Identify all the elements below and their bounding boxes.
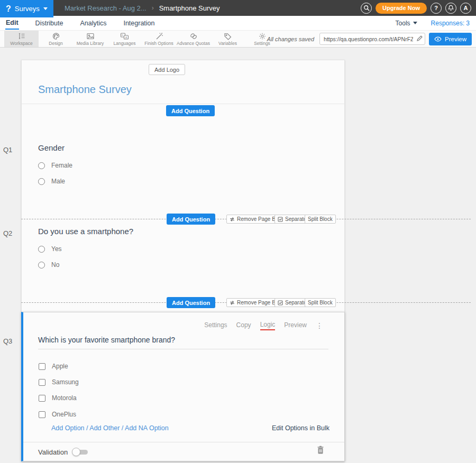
split-block-label: Split Block bbox=[308, 216, 333, 222]
survey-url-input[interactable] bbox=[319, 33, 425, 45]
account-avatar[interactable]: A bbox=[460, 3, 471, 14]
gear-icon bbox=[258, 32, 267, 40]
toolbar-item-advance-quotas[interactable]: Advance Quotas bbox=[176, 31, 210, 47]
preview-button[interactable]: Preview bbox=[429, 33, 472, 45]
toolbar-item-variables[interactable]: Variables bbox=[210, 31, 245, 47]
avatar-initial: A bbox=[464, 5, 468, 11]
breadcrumb-survey-name[interactable]: Smartphone Survey bbox=[159, 4, 220, 12]
breadcrumb: Market Research - Aug 2... › Smartphone … bbox=[65, 0, 220, 16]
add-question-button-2[interactable]: Add Question bbox=[167, 214, 215, 225]
q3-option-motorola[interactable]: Motorola bbox=[39, 394, 77, 402]
link-separator: / bbox=[122, 424, 123, 432]
q2-option-yes[interactable]: Yes bbox=[38, 245, 62, 253]
checkbox-icon[interactable] bbox=[39, 379, 45, 386]
help-icon: ? bbox=[434, 5, 438, 11]
option-label[interactable]: OnePlus bbox=[52, 411, 76, 418]
q3-preview-action[interactable]: Preview bbox=[284, 321, 307, 330]
add-other-link[interactable]: Add Other bbox=[89, 424, 120, 432]
notifications-button[interactable] bbox=[445, 3, 456, 14]
responses-link[interactable]: Responses: 3 bbox=[431, 20, 470, 27]
radio-icon[interactable] bbox=[38, 246, 45, 253]
eye-icon bbox=[434, 36, 442, 42]
tab-edit[interactable]: Edit bbox=[5, 16, 19, 30]
add-option-link[interactable]: Add Option bbox=[51, 424, 85, 432]
upgrade-now-button[interactable]: Upgrade Now bbox=[376, 3, 427, 14]
q3-copy-action[interactable]: Copy bbox=[236, 321, 251, 330]
radio-icon[interactable] bbox=[38, 162, 45, 169]
option-label[interactable]: Female bbox=[51, 162, 72, 169]
tab-integration[interactable]: Integration bbox=[123, 17, 155, 29]
add-question-button-1[interactable]: Add Question bbox=[166, 105, 215, 116]
tab-distribute[interactable]: Distribute bbox=[35, 17, 64, 29]
breadcrumb-folder[interactable]: Market Research - Aug 2... bbox=[65, 4, 147, 12]
toolbar-item-finish-options[interactable]: Finish Options bbox=[142, 31, 176, 47]
split-block-button[interactable]: Split Block bbox=[305, 298, 336, 307]
toolbar-item-label: Languages bbox=[113, 41, 135, 46]
validation-toggle-off[interactable] bbox=[72, 448, 88, 456]
q3-option-samsung[interactable]: Samsung bbox=[39, 378, 79, 386]
search-button[interactable] bbox=[361, 3, 372, 14]
toolbar-item-media-library[interactable]: Media Library bbox=[73, 31, 107, 47]
survey-title[interactable]: Smartphone Survey bbox=[38, 84, 132, 96]
workspace-icon bbox=[17, 32, 26, 40]
add-logo-button[interactable]: Add Logo bbox=[149, 64, 185, 75]
add-question-button-3[interactable]: Add Question bbox=[167, 297, 215, 308]
validation-row: Validation bbox=[38, 448, 88, 456]
edit-url-button[interactable] bbox=[416, 35, 423, 42]
breadcrumb-separator: › bbox=[152, 4, 154, 12]
toolbar-item-workspace[interactable]: Workspace bbox=[4, 31, 39, 47]
svg-text:x: x bbox=[122, 33, 123, 36]
toolbar-right: All changes saved Preview bbox=[267, 31, 472, 47]
tag-icon bbox=[224, 32, 232, 40]
editor-toolbar: Workspace Design Media Library xA Langua… bbox=[0, 30, 476, 48]
option-label[interactable]: Apple bbox=[52, 363, 68, 370]
header-divider bbox=[22, 104, 344, 104]
design-palette-icon bbox=[52, 32, 60, 40]
q1-option-female[interactable]: Female bbox=[38, 162, 72, 169]
help-button[interactable]: ? bbox=[431, 3, 442, 14]
edit-options-in-bulk-link[interactable]: Edit Options in Bulk bbox=[272, 424, 329, 432]
checkbox-icon[interactable] bbox=[39, 363, 45, 370]
nav-tabs: Edit Distribute Analytics Integration bbox=[5, 16, 155, 30]
magic-wand-icon bbox=[155, 32, 163, 40]
option-label[interactable]: Yes bbox=[51, 245, 62, 253]
radio-icon[interactable] bbox=[38, 262, 45, 268]
tab-analytics[interactable]: Analytics bbox=[79, 17, 107, 29]
q1-option-male[interactable]: Male bbox=[38, 178, 65, 185]
add-na-option-link[interactable]: Add NA Option bbox=[125, 424, 169, 432]
split-block-button[interactable]: Split Block bbox=[305, 215, 336, 224]
top-bar: Market Research - Aug 2... › Smartphone … bbox=[0, 0, 476, 16]
toolbar-item-design[interactable]: Design bbox=[39, 31, 73, 47]
option-label[interactable]: No bbox=[51, 261, 59, 268]
q3-question-text[interactable]: Which is your favorite smartphone brand? bbox=[38, 336, 175, 344]
q3-logic-action[interactable]: Logic bbox=[260, 321, 276, 330]
page-break-row-2: Add Question Remove Page Break Separator… bbox=[21, 297, 471, 309]
question-number-q2: Q2 bbox=[3, 229, 12, 237]
kebab-menu-icon[interactable]: ⋮ bbox=[316, 322, 323, 329]
q3-question-card-selected[interactable]: Settings Copy Logic Preview ⋮ Which is y… bbox=[21, 312, 345, 461]
radio-icon[interactable] bbox=[38, 178, 45, 185]
separator-checkbox-icon bbox=[278, 217, 283, 222]
toggle-knob[interactable] bbox=[72, 448, 80, 456]
q3-option-oneplus[interactable]: OnePlus bbox=[39, 411, 76, 418]
q3-action-menu: Settings Copy Logic Preview ⋮ bbox=[204, 321, 323, 330]
bell-icon bbox=[448, 5, 454, 11]
product-switcher[interactable]: ? Surveys bbox=[0, 0, 53, 17]
toolbar-item-label: Finish Options bbox=[144, 41, 173, 46]
q1-question-text[interactable]: Gender bbox=[38, 143, 65, 152]
tools-dropdown[interactable]: Tools bbox=[396, 20, 417, 27]
q2-option-no[interactable]: No bbox=[38, 261, 59, 268]
option-label[interactable]: Motorola bbox=[52, 394, 77, 402]
option-label[interactable]: Male bbox=[51, 178, 65, 185]
page-break-row-1: Add Question Remove Page Break Separator… bbox=[21, 214, 471, 225]
toolbar-item-languages[interactable]: xA Languages bbox=[107, 31, 142, 47]
questionpro-survey-editor: Market Research - Aug 2... › Smartphone … bbox=[0, 0, 476, 463]
separator-checkbox-icon bbox=[278, 300, 283, 305]
q2-question-text[interactable]: Do you use a smartphone? bbox=[38, 227, 133, 236]
checkbox-icon[interactable] bbox=[39, 395, 45, 402]
q3-settings-action[interactable]: Settings bbox=[204, 321, 227, 330]
q3-option-apple[interactable]: Apple bbox=[39, 363, 68, 370]
checkbox-icon[interactable] bbox=[39, 411, 45, 418]
delete-question-button[interactable] bbox=[317, 446, 324, 454]
option-label[interactable]: Samsung bbox=[52, 378, 79, 386]
